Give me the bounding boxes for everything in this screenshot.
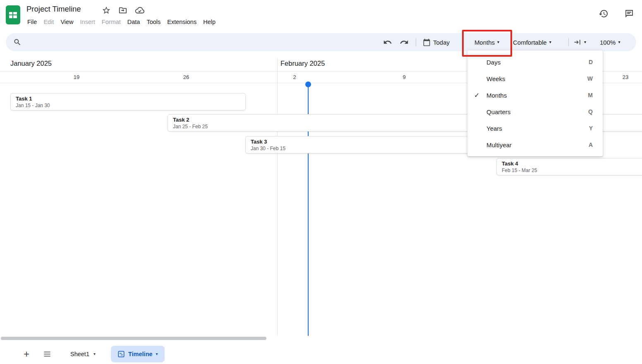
zoom-label: 100% xyxy=(600,39,616,46)
hamburger-icon xyxy=(43,350,51,358)
fit-view-dropdown-button[interactable]: ▾ xyxy=(573,33,586,51)
search-icon xyxy=(13,38,22,46)
toolbar-divider xyxy=(416,38,416,46)
task-dates: Jan 30 - Feb 15 xyxy=(251,146,493,152)
shortcut-key: M xyxy=(588,92,593,98)
shortcut-key: W xyxy=(587,75,593,82)
toolbar: Today Months ▾ Comfortable ▾ ▾ 100% ▾ xyxy=(6,33,636,51)
undo-icon xyxy=(383,38,392,47)
menu-bar: File Edit View Insert Format Data Tools … xyxy=(24,17,219,28)
sheet-tab-sheet1[interactable]: Sheet1 ▾ xyxy=(66,344,100,364)
menu-edit[interactable]: Edit xyxy=(40,17,57,28)
scale-label: Months xyxy=(474,39,495,46)
history-icon xyxy=(599,9,608,19)
tick-label: 26 xyxy=(183,74,189,80)
today-label: Today xyxy=(433,39,450,46)
task-dates: Jan 15 - Jan 30 xyxy=(16,103,240,109)
cloud-saved-icon xyxy=(135,5,145,15)
today-marker-dot xyxy=(305,81,311,87)
task-name: Task 3 xyxy=(251,139,493,145)
tick-label: 2 xyxy=(293,74,296,80)
month-label-february: February 2025 xyxy=(280,60,325,67)
menu-item-weeks[interactable]: Weeks W xyxy=(467,70,603,87)
task-card-1[interactable]: Task 1 Jan 15 - Jan 30 xyxy=(10,93,246,110)
version-history-button[interactable] xyxy=(595,5,612,22)
month-label-january: January 2025 xyxy=(10,60,52,67)
chevron-down-icon: ▾ xyxy=(618,40,620,44)
tick-label: 23 xyxy=(623,74,628,80)
redo-icon xyxy=(400,38,409,47)
menu-item-months[interactable]: ✓ Months M xyxy=(467,87,603,103)
tick-label: 9 xyxy=(402,74,405,80)
redo-button[interactable] xyxy=(400,33,409,51)
menu-insert[interactable]: Insert xyxy=(77,17,98,28)
today-button[interactable]: Today xyxy=(423,33,450,51)
cloud-status-button[interactable] xyxy=(132,2,148,19)
task-dates: Feb 15 - Mar 25 xyxy=(502,168,642,174)
calendar-icon xyxy=(423,38,431,46)
star-icon xyxy=(102,6,111,15)
menu-file[interactable]: File xyxy=(24,17,40,28)
chevron-down-icon: ▾ xyxy=(156,352,158,356)
timeline-view-icon xyxy=(117,350,125,358)
undo-button[interactable] xyxy=(383,33,392,51)
sheets-grid-icon xyxy=(9,12,17,18)
sheet-bar: + Sheet1 ▾ Timeline ▾ xyxy=(0,344,642,364)
comments-button[interactable] xyxy=(621,5,637,22)
task-name: Task 4 xyxy=(502,160,642,167)
star-button[interactable] xyxy=(98,2,115,19)
menu-format[interactable]: Format xyxy=(98,17,124,28)
sheets-logo-icon[interactable] xyxy=(6,5,20,24)
menu-data[interactable]: Data xyxy=(124,17,144,28)
chevron-down-icon: ▾ xyxy=(584,40,586,44)
sheet-tab-label: Sheet1 xyxy=(70,351,89,357)
menu-item-years[interactable]: Years Y xyxy=(467,120,603,136)
shortcut-key: A xyxy=(589,141,593,148)
tick-label: 19 xyxy=(74,74,79,80)
menu-item-quarters[interactable]: Quarters Q xyxy=(467,103,603,120)
zoom-dropdown-button[interactable]: 100% ▾ xyxy=(600,33,620,51)
add-sheet-button[interactable]: + xyxy=(20,347,33,361)
shortcut-key: D xyxy=(589,59,593,65)
document-title[interactable]: Project Timeline xyxy=(26,5,81,14)
task-card-3[interactable]: Task 3 Jan 30 - Feb 15 xyxy=(245,136,498,153)
scale-dropdown-button[interactable]: Months ▾ xyxy=(468,33,506,51)
scale-dropdown-menu: Days D Weeks W ✓ Months M Quarters Q Yea… xyxy=(467,50,603,156)
chevron-down-icon: ▾ xyxy=(497,40,499,44)
plus-icon: + xyxy=(24,348,29,360)
menu-extensions[interactable]: Extensions xyxy=(164,17,200,28)
comment-icon xyxy=(624,9,634,19)
search-button[interactable] xyxy=(13,33,22,51)
google-sheets-timeline-app: Project Timeline File Edit View Insert F… xyxy=(0,0,642,364)
toolbar-divider xyxy=(568,38,569,46)
menu-tools[interactable]: Tools xyxy=(143,17,164,28)
chevron-down-icon: ▾ xyxy=(93,352,96,356)
all-sheets-button[interactable] xyxy=(41,347,54,361)
density-dropdown-button[interactable]: Comfortable ▾ xyxy=(513,33,551,51)
shortcut-key: Y xyxy=(589,125,593,132)
shortcut-key: Q xyxy=(588,108,593,115)
month-gridline xyxy=(277,58,278,336)
sheet-tab-timeline-active[interactable]: Timeline ▾ xyxy=(111,346,165,362)
top-bar: Project Timeline File Edit View Insert F… xyxy=(0,0,642,33)
chevron-down-icon: ▾ xyxy=(549,40,551,44)
density-label: Comfortable xyxy=(513,39,547,46)
move-button[interactable] xyxy=(115,2,131,19)
menu-help[interactable]: Help xyxy=(200,17,219,28)
task-card-4[interactable]: Task 4 Feb 15 - Mar 25 xyxy=(496,158,642,175)
menu-item-multiyear[interactable]: Multiyear A xyxy=(467,136,603,153)
snap-to-end-icon xyxy=(573,38,582,46)
horizontal-scrollbar[interactable] xyxy=(1,337,266,340)
menu-item-days[interactable]: Days D xyxy=(467,54,603,70)
move-folder-icon xyxy=(118,6,127,15)
task-name: Task 1 xyxy=(16,96,240,102)
timeline-tab-label: Timeline xyxy=(128,351,153,357)
menu-view[interactable]: View xyxy=(57,17,77,28)
check-icon: ✓ xyxy=(474,91,486,99)
